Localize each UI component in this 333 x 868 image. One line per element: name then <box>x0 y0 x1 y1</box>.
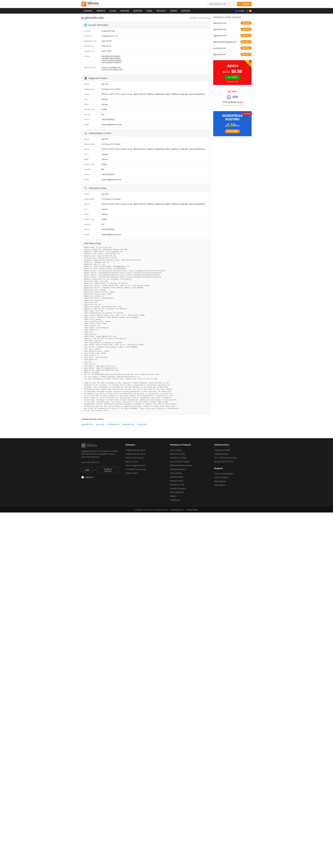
footer-link[interactable]: Sitelock <box>170 494 207 498</box>
contact-value: OFFICE SUITE 1678, LEVEL 16 (A), MAIN OF… <box>101 203 205 205</box>
footer-link[interactable]: SSL Certificates <box>170 490 207 494</box>
contact-key: Street: <box>84 203 101 205</box>
nav-support[interactable]: SUPPORT <box>179 8 193 13</box>
promo-wordpress[interactable]: Introducing WORDPRESSHOSTING $3.58/mo VI… <box>213 111 252 136</box>
footer-link[interactable]: Backup and Recovery <box>214 460 252 463</box>
promo-space[interactable]: Sale .space $24.88 $0.88 BUY NOW *while … <box>213 60 252 85</box>
footer-link[interactable]: Enterprise Email <box>170 483 207 487</box>
footer-link[interactable]: View Knowledge Base <box>214 472 252 475</box>
promo-new-price: $0.88 <box>232 69 242 73</box>
wp-price: 3.58 <box>227 122 236 127</box>
buy-now-button[interactable]: Buy Now <box>240 21 252 25</box>
contact-value: Kiju Kim <box>101 83 108 85</box>
login-label: LOGIN <box>238 10 244 12</box>
info-value: GoDaddy.com, LLC <box>101 35 118 37</box>
related-link[interactable]: cloudflare.com <box>107 423 120 425</box>
contact-row: Street:OFFICE SUITE 1678, LEVEL 16 (A), … <box>81 92 210 97</box>
footer-link[interactable]: 24 x 7 Servers Monitoring <box>214 456 252 460</box>
footer-link[interactable]: Register Domain Name <box>126 448 163 452</box>
footer-link[interactable]: Business Email <box>170 479 207 483</box>
contact-key: Street: <box>84 93 101 95</box>
footer-about-link[interactable]: Learn more About Us <box>81 460 119 464</box>
related-link[interactable]: godaddy.com <box>81 423 93 425</box>
footer-logo-icon <box>81 443 86 447</box>
footer-link[interactable]: Report Abuse <box>214 479 252 483</box>
contact-row: City:Labuan <box>81 152 210 157</box>
footer-link[interactable]: Dedicated Servers <box>170 467 207 471</box>
contact-key: Name: <box>84 138 101 140</box>
nav-domains[interactable]: DOMAINS <box>81 8 95 13</box>
contact-key: Name: <box>84 193 101 195</box>
contact-row: Phone:+60.087584812 <box>81 172 210 177</box>
similar-domain-row: kjglovicefx.comBuy Now <box>213 20 252 26</box>
footer-link[interactable]: Whois Lookup <box>126 460 163 463</box>
footer-link[interactable]: Linux Hosting <box>170 448 207 452</box>
nav-website[interactable]: WEBSITE <box>95 8 107 13</box>
nav-hosting[interactable]: HOSTING <box>118 8 131 13</box>
buy-now-button[interactable]: Buy Now <box>240 53 252 56</box>
follow-us[interactable]: Follow Us <box>81 476 119 478</box>
login-link[interactable]: 👤 LOGIN <box>235 10 244 12</box>
cart-count: 0 <box>249 10 252 12</box>
contact-key: State: <box>84 158 101 160</box>
related-link[interactable]: internic.net <box>137 423 147 425</box>
carousel-dots[interactable] <box>215 105 249 106</box>
footer-link[interactable]: About Whois <box>214 483 252 487</box>
contact-value: 87000 <box>101 218 107 220</box>
footer-link[interactable]: Google Workspace <box>170 487 207 490</box>
contact-value: Labuan <box>101 213 108 215</box>
footer-link[interactable]: Free with Every Domain <box>126 467 163 471</box>
footer-link[interactable]: WordPress Hosting <box>170 456 207 460</box>
promo-buy-now-button[interactable]: BUY NOW <box>225 75 240 80</box>
updated-indicator[interactable]: Updated 1 second ago <box>190 17 210 19</box>
contact-value: support@glovicefx.com <box>101 124 122 126</box>
footer-create-account-button[interactable]: Create an Account <box>97 467 119 473</box>
footer-login-button[interactable]: Login <box>81 468 93 472</box>
privacy-link[interactable]: Privacy Policy <box>187 509 198 511</box>
nav-whois[interactable]: WHOIS <box>168 8 179 13</box>
contact-row: Name:Kiju Kim <box>81 191 210 196</box>
site-logo[interactable]: Whois Identity for everyone <box>81 1 100 7</box>
nav-email[interactable]: EMAIL <box>144 8 155 13</box>
info-key: Domain: <box>84 30 101 32</box>
footer-link[interactable]: Linux Reseller Hosting <box>170 460 207 463</box>
footer-link[interactable]: Transfer Domain Name <box>126 452 163 456</box>
social-icon <box>81 476 84 478</box>
view-more-button[interactable]: VIEW MORE <box>225 129 240 133</box>
domain-info-row: Registered On:2022-03-08 <box>81 38 210 43</box>
nav-cloud[interactable]: CLOUD <box>107 8 119 13</box>
footer-link[interactable]: Cloud Hosting <box>170 471 207 475</box>
footer-logo[interactable]: Whois <box>81 443 119 447</box>
contact-row: State:Labuan <box>81 102 210 107</box>
related-link[interactable]: glovicefx.com <box>123 423 134 425</box>
domain-search-input[interactable] <box>207 2 237 6</box>
contact-row: City:Labuan <box>81 207 210 212</box>
footer-link[interactable]: Hosting Security <box>214 452 252 456</box>
promo-site[interactable]: On Sale! @.site .SITE @ $3.98 $33.88 <box>213 88 252 108</box>
follow-label: Follow Us <box>85 476 93 478</box>
footer-link[interactable]: View Domain Pricing <box>126 456 163 460</box>
nav-servers[interactable]: SERVERS <box>131 8 144 13</box>
footer-link[interactable]: Windows Reseller Hosting <box>170 463 207 467</box>
whois-search-button[interactable]: 🔍 WHOIS <box>237 2 252 6</box>
footer-link[interactable]: Domain Offers <box>126 471 163 475</box>
legal-link[interactable]: Legal Agreement <box>170 509 184 511</box>
logo-word: Whois <box>87 1 100 5</box>
footer-link[interactable]: Datacenter Details <box>214 448 252 452</box>
site-tld-logo: @.site <box>215 95 249 99</box>
cart-button[interactable]: 🛒 0 <box>246 9 252 12</box>
buy-now-button[interactable]: Buy Now <box>240 28 252 31</box>
footer-link[interactable]: CodeGuard <box>170 498 207 502</box>
footer-link[interactable]: Name Suggestion Tool <box>126 463 163 467</box>
buy-now-button[interactable]: Buy Now <box>240 34 252 37</box>
info-value: coby.ns.cloudflare.comwanda.ns.cloudflar… <box>101 66 123 71</box>
footer-link[interactable]: Windows Hosting <box>170 452 207 456</box>
footer-link[interactable]: Contact Support <box>214 475 252 479</box>
buy-now-button[interactable]: Buy Now <box>240 46 252 50</box>
contact-key: Country: <box>84 223 101 225</box>
buy-now-button[interactable]: Buy Now <box>240 40 252 43</box>
contact-row: Name:Kiju Kim <box>81 136 210 142</box>
related-link[interactable]: icann.org <box>96 423 104 425</box>
nav-security[interactable]: SECURITY <box>155 8 168 13</box>
footer-link[interactable]: Website Builder <box>170 475 207 479</box>
